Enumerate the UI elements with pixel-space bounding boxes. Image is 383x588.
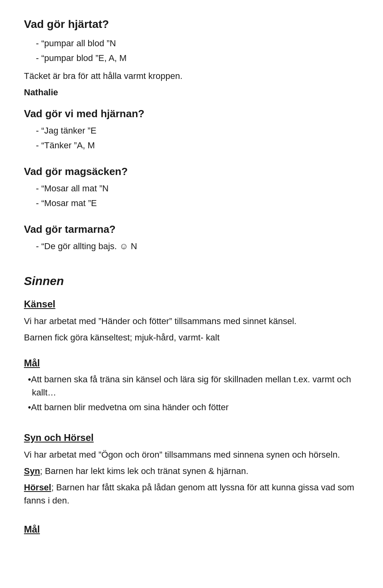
bullet-hjarna-2: - “Tänker ”A, M <box>36 139 359 152</box>
bullet-tarmarna: - “De gör allting bajs. ☺ N <box>36 240 359 253</box>
nathalie-label: Nathalie <box>24 86 359 99</box>
bullet-hjarta-1: - “pumpar all blod ”N <box>36 37 359 50</box>
kansel-text2: Barnen fick göra känseltest; mjuk-hård, … <box>24 331 359 344</box>
syn-inline-label: Syn <box>24 466 40 476</box>
bullet-hjarta-2: - “pumpar blod ”E, A, M <box>36 51 359 65</box>
question-hjarna: Vad gör vi med hjärnan? <box>24 106 359 122</box>
syn-text: Syn; Barnen har lekt kims lek och tränat… <box>24 464 359 478</box>
mal-bullet-2: •Att barnen blir medvetna om sina händer… <box>28 401 359 414</box>
section-sinnen: Sinnen <box>24 272 359 290</box>
mal-heading-1: Mål <box>24 356 359 370</box>
bullet-magsacken-2: - “Mosar mat ”E <box>36 197 359 210</box>
mal-bullet-1: •Att barnen ska få träna sin känsel och … <box>28 373 359 399</box>
main-question: Vad gör hjärtat? <box>24 16 359 33</box>
syn-horsel-heading: Syn och Hörsel <box>24 431 359 445</box>
bullet-magsacken-1: - “Mosar all mat ”N <box>36 182 359 195</box>
mal-heading-2: Mål <box>24 522 359 537</box>
page-content: Vad gör hjärtat? - “pumpar all blod ”N -… <box>24 16 359 537</box>
horsel-inline-label: Hörsel <box>24 482 51 492</box>
tacket-label: Täcket är bra för att hålla varmt kroppe… <box>24 69 359 83</box>
kansel-heading: Känsel <box>24 297 359 311</box>
syn-horsel-text: Vi har arbetat med ”Ögon och öron” tills… <box>24 448 359 461</box>
question-tarmarna: Vad gör tarmarna? <box>24 222 359 237</box>
bullet-hjarna-1: - “Jag tänker ”E <box>36 124 359 137</box>
horsel-text: Hörsel; Barnen har fått skaka på lådan g… <box>24 481 359 507</box>
question-magsacken: Vad gör magsäcken? <box>24 164 359 179</box>
kansel-text: Vi har arbetat med ”Händer och fötter” t… <box>24 315 359 328</box>
